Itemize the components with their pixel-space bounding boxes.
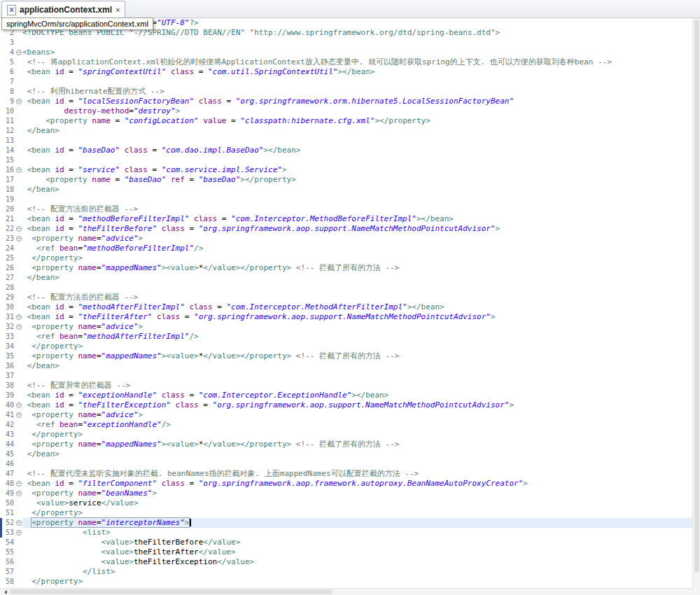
fold-collapse-icon[interactable] (16, 50, 22, 55)
code-line-6[interactable]: 6 <bean id = "springContextUtil" class =… (0, 67, 692, 77)
code-text: <bean id = "service" class = "com.servic… (22, 165, 692, 175)
fold-collapse-icon[interactable] (16, 99, 22, 104)
fold-collapse-icon[interactable] (16, 520, 22, 526)
code-line-18[interactable]: 18 </bean> (0, 185, 692, 195)
code-line-9[interactable]: 9 <bean id = "localSessionFactoryBean" c… (0, 97, 692, 106)
code-line-12[interactable]: 12 </bean> (0, 126, 692, 136)
code-text: <property name="advice"> (22, 234, 692, 244)
code-text: </property> (22, 577, 692, 587)
fold-collapse-icon[interactable] (16, 481, 22, 486)
code-line-41[interactable]: 41 <property name="advice"> (0, 410, 692, 420)
fold-collapse-icon[interactable] (16, 412, 22, 418)
fold-collapse-icon[interactable] (16, 530, 22, 536)
code-line-20[interactable]: 20 <!-- 配置方法前的拦截器 --> (0, 204, 692, 214)
line-number: 12 (0, 126, 15, 136)
fold-column (15, 322, 22, 332)
syntax-token: class (162, 224, 185, 233)
horizontal-scrollbar[interactable] (0, 588, 692, 595)
code-line-3[interactable]: 3 (0, 38, 692, 48)
code-line-39[interactable]: 39 <bean id = "exceptionHandle" class = … (0, 391, 692, 400)
vertical-scrollbar-thumb[interactable] (694, 20, 699, 573)
horizontal-scrollbar-thumb[interactable] (10, 589, 332, 594)
code-line-21[interactable]: 21 <bean id = "methodBeforeFilterImpl" c… (0, 214, 692, 224)
code-line-49[interactable]: 49 <property name="beanNames"> (0, 489, 692, 498)
fold-collapse-icon[interactable] (16, 324, 22, 330)
code-line-50[interactable]: 50 <value>service</value> (0, 498, 692, 508)
code-line-53[interactable]: 53 <list> (0, 528, 692, 538)
syntax-token: > (509, 400, 514, 410)
fold-collapse-icon[interactable] (16, 167, 22, 173)
tab-close-icon[interactable]: × (115, 6, 120, 14)
syntax-token: = (64, 214, 78, 223)
line-number: 38 (0, 381, 15, 391)
code-text: <ref bean="methodBeforeFilterImpl"/> (22, 244, 692, 253)
code-line-51[interactable]: 51 </property> (0, 508, 692, 518)
code-line-35[interactable]: 35 <property name="mappedNames"><value>*… (0, 351, 692, 361)
syntax-token: "localSessionFactoryBean" (78, 97, 195, 106)
code-line-11[interactable]: 11 <property name = "configLocation" val… (0, 116, 692, 126)
code-line-37[interactable]: 37 (0, 371, 692, 381)
code-line-23[interactable]: 23 <property name="advice"> (0, 234, 692, 244)
code-line-4[interactable]: 4<beans> (0, 48, 692, 57)
code-line-16[interactable]: 16 <bean id = "service" class = "com.ser… (0, 165, 692, 175)
line-number: 37 (0, 371, 15, 381)
code-text: <!-- 配置方法前的拦截器 --> (22, 204, 692, 214)
code-line-17[interactable]: 17 <property name = "baseDao" ref = "bas… (0, 175, 692, 185)
code-line-19[interactable]: 19 (0, 195, 692, 204)
code-line-14[interactable]: 14 <bean id = "baseDao" class = "com.dao… (0, 146, 692, 155)
code-line-38[interactable]: 38 <!-- 配置异常的拦截器 --> (0, 381, 692, 391)
fold-collapse-icon[interactable] (16, 236, 22, 241)
fold-collapse-icon[interactable] (16, 402, 22, 408)
code-text: <list> (22, 528, 692, 538)
syntax-token: "baseDao" (78, 146, 120, 155)
code-line-13[interactable]: 13 (0, 136, 692, 146)
fold-collapse-icon[interactable] (16, 226, 22, 232)
syntax-token: theFilterAfter (134, 547, 199, 556)
code-line-42[interactable]: 42 <ref bean="exceptionHandle"/> (0, 420, 692, 430)
line-number: 40 (0, 400, 15, 410)
code-text: </list> (22, 567, 692, 577)
code-line-32[interactable]: 32 <property name="advice"> (0, 322, 692, 332)
code-line-8[interactable]: 8 <!-- 利用hibernate配置的方式 --> (0, 87, 692, 97)
code-line-25[interactable]: 25 </property> (0, 253, 692, 263)
code-line-36[interactable]: 36 </bean> (0, 361, 692, 371)
code-line-31[interactable]: 31 <bean id = "theFilterAfter" class = "… (0, 312, 692, 322)
code-line-33[interactable]: 33 <ref bean="methodAfterFilterImpl"/> (0, 332, 692, 342)
code-line-47[interactable]: 47 <!-- 配置代理来监听实施对象的拦截. beanNames指的拦截对象.… (0, 469, 692, 479)
scroll-left-arrow-icon[interactable] (0, 589, 9, 595)
code-line-56[interactable]: 56 <value>theFilterException</value> (0, 557, 692, 567)
code-line-34[interactable]: 34 </property> (0, 342, 692, 351)
code-line-28[interactable]: 28 (0, 283, 692, 293)
syntax-token: class (199, 97, 222, 106)
code-line-5[interactable]: 5 <!-- 将applicationContext.xml初始化的时候便将Ap… (0, 57, 692, 67)
code-line-22[interactable]: 22 <bean id = "theFilterBefore" class = … (0, 224, 692, 234)
code-line-52[interactable]: 52 <property name="interceptorNames"> (0, 518, 692, 528)
code-line-24[interactable]: 24 <ref bean="methodBeforeFilterImpl"/> (0, 244, 692, 253)
tab-applicationcontext-xml[interactable]: X applicationContext.xml × (1, 1, 125, 18)
code-text: <bean id = "exceptionHandle" class = "co… (22, 391, 692, 400)
code-line-29[interactable]: 29 <!-- 配置方法后的拦截器 --> (0, 293, 692, 302)
code-line-44[interactable]: 44 <property name="mappedNames"><value>*… (0, 440, 692, 449)
code-line-48[interactable]: 48 <bean id = "filterComponent" class = … (0, 479, 692, 489)
fold-collapse-icon[interactable] (16, 314, 22, 320)
line-number: 30 (0, 302, 15, 312)
code-line-30[interactable]: 30 <bean id = "methodAfterFilterImpl" cl… (0, 302, 692, 312)
vertical-scrollbar[interactable] (692, 18, 700, 588)
syntax-token (22, 165, 27, 174)
code-line-7[interactable]: 7 (0, 77, 692, 87)
code-editor[interactable]: 1<?xml version="1.0" encoding="UTF-8"?>2… (0, 18, 692, 588)
code-line-55[interactable]: 55 <value>theFilterAfter</value> (0, 547, 692, 557)
code-line-45[interactable]: 45 </bean> (0, 449, 692, 459)
code-line-58[interactable]: 58 </property> (0, 577, 692, 587)
code-line-40[interactable]: 40 <bean id = "theFilterException" class… (0, 400, 692, 410)
code-line-15[interactable]: 15 (0, 155, 692, 165)
fold-collapse-icon[interactable] (16, 491, 22, 496)
code-line-46[interactable]: 46 (0, 459, 692, 469)
syntax-token: <!-- 拦截了所有的方法 --> (296, 440, 400, 449)
code-line-54[interactable]: 54 <value>theFilterBefore</value> (0, 538, 692, 547)
code-line-26[interactable]: 26 <property name="mappedNames"><value>*… (0, 263, 692, 273)
code-line-10[interactable]: 10 destroy-method="destroy"> (0, 106, 692, 116)
code-line-57[interactable]: 57 </list> (0, 567, 692, 577)
code-line-43[interactable]: 43 </property> (0, 430, 692, 440)
code-line-27[interactable]: 27 </bean> (0, 273, 692, 283)
